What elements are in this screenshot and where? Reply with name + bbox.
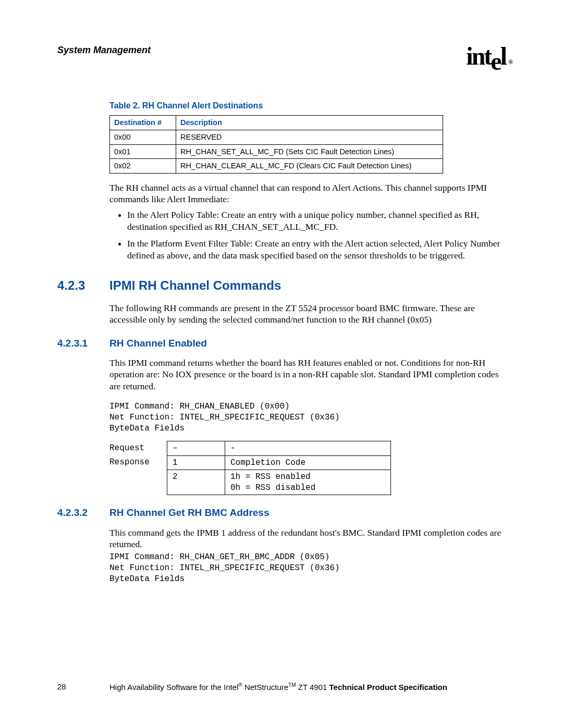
table2-col-description: Description [176,116,443,130]
table-row: 0x01 RH_CHAN_SET_ALL_MC_FD (Sets CIC Fau… [110,144,443,159]
footer-text: High Availability Software for the Intel… [109,682,506,692]
section-4-2-3-2-heading: 4.2.3.2 RH Channel Get RH BMC Address [57,507,506,519]
para-4-2-3: The following RH commands are present in… [109,302,506,326]
para-rh-channel-intro: The RH channel acts as a virtual channel… [109,182,506,205]
code-block-rh-chan-get-bmc: IPMI Command: RH_CHAN_GET_RH_BMC_ADDR (0… [109,552,506,584]
list-item: In the Alert Policy Table: Create an ent… [127,209,506,232]
code-block-rh-chan-enabled: IPMI Command: RH_CHAN_ENABLED (0x00) Net… [109,401,506,434]
section-4-2-3-1-heading: 4.2.3.1 RH Channel Enabled [57,337,506,350]
table2-col-destination: Destination # [110,116,176,130]
page-footer: 28 High Availability Software for the In… [57,682,506,692]
bytedata-table: Request – - Response 1 Completion Code 2… [109,441,391,495]
list-item: In the Platform Event Filter Table: Crea… [127,238,506,261]
table-row: Request – - [109,441,391,455]
para-4-2-3-1: This IPMI command returns whether the bo… [109,357,506,392]
bullet-list: In the Alert Policy Table: Create an ent… [118,209,506,261]
table2-rh-channel-alert-destinations: Destination # Description 0x00 RESERVED … [109,115,443,173]
table-row: 0x00 RESERVED [110,130,443,145]
page-header: System Management intel® [57,42,506,70]
para-4-2-3-2: This command gets the IPMB 1 address of … [109,527,506,550]
intel-logo: intel® [466,42,506,70]
section-4-2-3-heading: 4.2.3 IPMI RH Channel Commands [57,278,506,294]
table2-caption: Table 2. RH Channel Alert Destinations [109,101,506,111]
running-head: System Management [57,45,151,56]
table-row: 2 1h = RSS enabled 0h = RSS disabled [109,470,391,495]
table-row: Response 1 Completion Code [109,455,391,470]
page-number: 28 [57,682,109,692]
table-row: 0x02 RH_CHAN_CLEAR_ALL_MC_FD (Clears CIC… [110,159,443,174]
